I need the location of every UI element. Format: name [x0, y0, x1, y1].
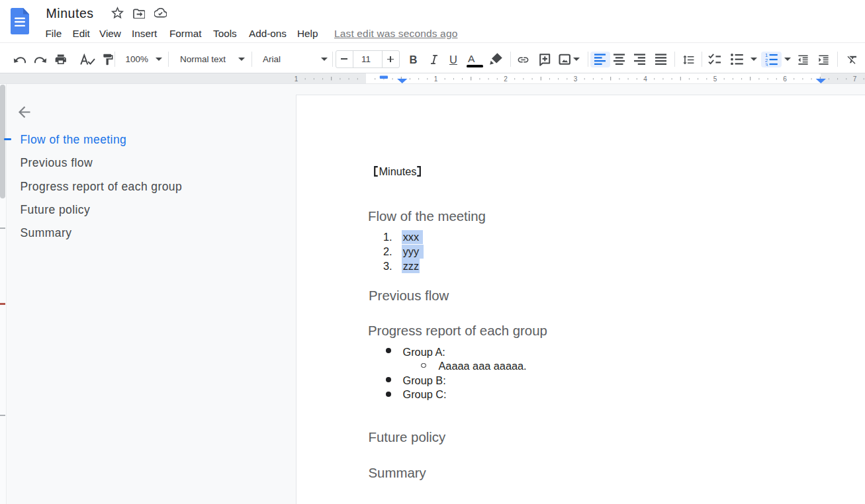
svg-text:4: 4	[643, 75, 647, 83]
svg-text:7: 7	[853, 75, 857, 83]
svg-text:3: 3	[574, 75, 578, 83]
svg-text:6: 6	[783, 75, 787, 83]
svg-text:1: 1	[295, 75, 298, 83]
svg-text:1: 1	[434, 75, 438, 83]
svg-text:5: 5	[713, 75, 717, 83]
svg-text:3: 3	[765, 62, 768, 67]
svg-text:2: 2	[504, 75, 508, 83]
